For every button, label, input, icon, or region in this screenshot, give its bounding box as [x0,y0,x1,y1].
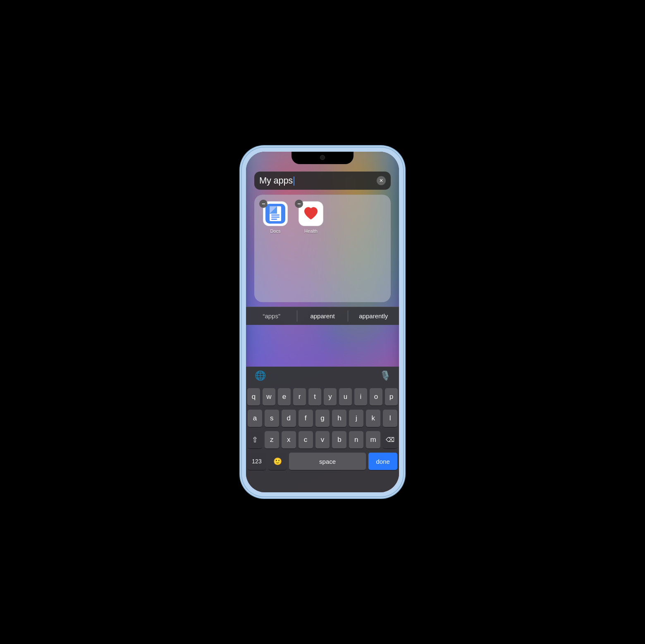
key-y[interactable]: y [324,388,337,405]
key-b[interactable]: b [332,431,346,448]
autocorrect-item-1[interactable]: apparent [297,307,348,325]
key-u[interactable]: u [339,388,352,405]
keyboard-accessory-bar: 🌐 🎙️ [246,367,399,385]
front-camera [320,155,325,160]
key-o[interactable]: o [370,388,382,405]
key-h[interactable]: h [332,410,346,427]
svg-rect-5 [271,217,280,218]
space-key[interactable]: space [289,453,366,470]
key-l[interactable]: l [383,410,397,427]
emoji-key[interactable]: 🙂 [268,453,287,470]
keyboard-row-1: q w e r t y u i o p [248,388,397,405]
phone-device: My apps ✕ − [242,148,403,496]
key-s[interactable]: s [265,410,279,427]
search-bar[interactable]: My apps ✕ [254,172,391,190]
key-n[interactable]: n [349,431,363,448]
key-e[interactable]: e [278,388,291,405]
text-cursor [294,177,294,186]
svg-rect-6 [271,219,277,220]
health-svg [301,204,321,224]
key-z[interactable]: z [265,431,279,448]
key-m[interactable]: m [366,431,380,448]
key-g[interactable]: g [315,410,330,427]
autocorrect-bar: “apps” apparent apparently [246,307,399,325]
done-key[interactable]: done [368,453,397,470]
app-label-health: Health [304,229,318,234]
mic-icon[interactable]: 🎙️ [379,370,391,382]
app-label-docs: Docs [270,229,280,234]
key-q[interactable]: q [247,388,260,405]
app-item-docs[interactable]: − Docs [261,201,290,234]
key-w[interactable]: w [263,388,275,405]
key-p[interactable]: p [385,388,398,405]
globe-icon[interactable]: 🌐 [254,370,266,382]
app-minus-docs[interactable]: − [259,200,268,208]
key-k[interactable]: k [366,410,380,427]
keyboard-row-2: a s d f g h j k l [248,410,397,427]
keyboard: q w e r t y u i o p a s d f g h j k [246,385,399,492]
keyboard-row-3: ⇧ z x c v b n m ⌫ [248,431,397,448]
keyboard-row-4: 123 🙂 space done [248,453,397,470]
docs-svg [265,204,285,224]
phone-screen: My apps ✕ − [246,152,399,492]
key-t[interactable]: t [308,388,321,405]
app-minus-health[interactable]: − [295,200,303,208]
search-clear-button[interactable]: ✕ [377,176,386,185]
autocorrect-item-0[interactable]: “apps” [246,307,297,325]
search-input[interactable]: My apps [259,175,377,186]
app-item-health[interactable]: − Health [296,201,325,234]
key-i[interactable]: i [354,388,367,405]
key-x[interactable]: x [282,431,296,448]
apps-container: − Docs − [254,195,391,302]
key-r[interactable]: r [293,388,306,405]
key-j[interactable]: j [349,410,363,427]
shift-key[interactable]: ⇧ [248,431,262,448]
key-a[interactable]: a [248,410,262,427]
svg-rect-4 [271,215,280,216]
notch [291,152,354,164]
key-f[interactable]: f [299,410,313,427]
autocorrect-item-2[interactable]: apparently [348,307,399,325]
key-d[interactable]: d [282,410,296,427]
key-c[interactable]: c [299,431,313,448]
numbers-key[interactable]: 123 [248,453,266,470]
key-v[interactable]: v [315,431,330,448]
search-text-value: My apps [259,175,293,186]
backspace-key[interactable]: ⌫ [383,431,397,448]
